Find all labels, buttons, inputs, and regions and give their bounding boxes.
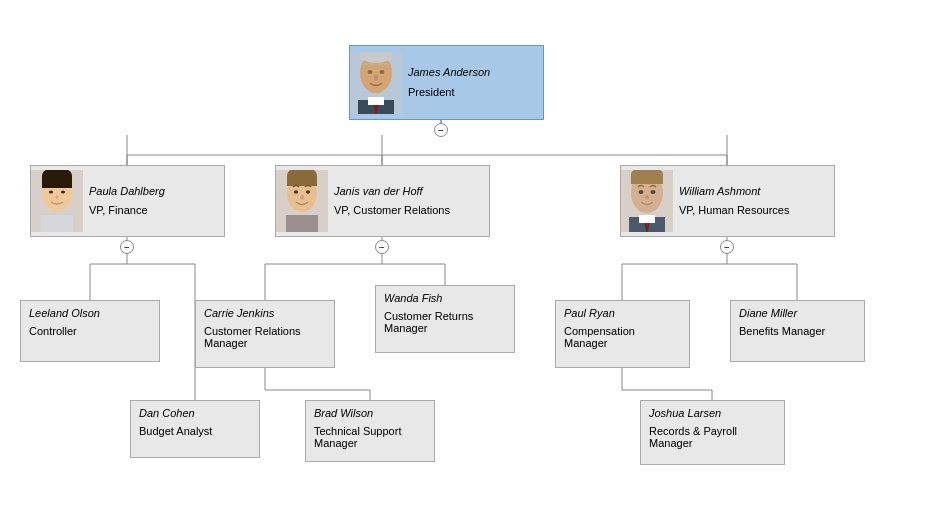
svg-point-34: [368, 70, 373, 74]
svg-point-35: [380, 70, 385, 74]
node-carrie-title: Customer Relations Manager: [204, 325, 326, 349]
node-wanda-name: Wanda Fish: [384, 292, 506, 304]
node-leeland-title: Controller: [29, 325, 151, 337]
node-leeland-name: Leeland Olson: [29, 307, 151, 319]
svg-point-36: [374, 75, 378, 81]
svg-rect-56: [631, 174, 663, 184]
svg-point-61: [651, 190, 656, 194]
node-wanda-title: Customer Returns Manager: [384, 310, 506, 334]
node-dan-name: Dan Cohen: [139, 407, 251, 419]
photo-william: [621, 170, 673, 232]
node-brad-title: Technical Support Manager: [314, 425, 426, 449]
node-brad-name: Brad Wilson: [314, 407, 426, 419]
node-paula-name: Paula Dahlberg: [89, 184, 165, 199]
svg-point-44: [56, 195, 59, 199]
svg-rect-41: [41, 215, 73, 232]
node-william-text: William Ashmont VP, Human Resources: [673, 180, 795, 223]
node-paul-title: Compensation Manager: [564, 325, 681, 349]
svg-rect-40: [42, 176, 72, 188]
node-brad: Brad Wilson Technical Support Manager: [305, 400, 435, 462]
node-joshua-name: Joshua Larsen: [649, 407, 776, 419]
node-paula-text: Paula Dahlberg VP, Finance: [83, 180, 171, 223]
org-chart: James Anderson President −: [0, 0, 930, 506]
node-james-title: President: [408, 85, 490, 100]
node-janis: Janis van der Hoff VP, Customer Relation…: [275, 165, 490, 237]
node-james-text: James Anderson President: [402, 61, 496, 104]
collapse-janis[interactable]: −: [375, 240, 389, 254]
node-wanda: Wanda Fish Customer Returns Manager: [375, 285, 515, 353]
photo-paula: [31, 170, 83, 232]
node-james: James Anderson President: [349, 45, 544, 120]
svg-rect-49: [286, 215, 318, 232]
collapse-william[interactable]: −: [720, 240, 734, 254]
node-paul: Paul Ryan Compensation Manager: [555, 300, 690, 368]
svg-rect-59: [639, 215, 655, 223]
node-william: William Ashmont VP, Human Resources: [620, 165, 835, 237]
node-paul-name: Paul Ryan: [564, 307, 681, 319]
collapse-james[interactable]: −: [434, 123, 448, 137]
node-paula-title: VP, Finance: [89, 203, 165, 218]
node-william-title: VP, Human Resources: [679, 203, 789, 218]
node-diane: Diane Miller Benefits Manager: [730, 300, 865, 362]
node-janis-text: Janis van der Hoff VP, Customer Relation…: [328, 180, 456, 223]
node-dan: Dan Cohen Budget Analyst: [130, 400, 260, 458]
node-william-name: William Ashmont: [679, 184, 789, 199]
svg-point-51: [306, 190, 310, 194]
svg-point-50: [294, 190, 298, 194]
svg-point-60: [639, 190, 644, 194]
svg-point-42: [49, 191, 53, 194]
photo-james: [350, 52, 402, 114]
node-janis-title: VP, Customer Relations: [334, 203, 450, 218]
node-carrie-name: Carrie Jenkins: [204, 307, 326, 319]
node-james-name: James Anderson: [408, 65, 490, 80]
svg-rect-33: [368, 97, 384, 105]
node-dan-title: Budget Analyst: [139, 425, 251, 437]
collapse-paula[interactable]: −: [120, 240, 134, 254]
svg-point-43: [61, 191, 65, 194]
node-leeland: Leeland Olson Controller: [20, 300, 160, 362]
node-janis-name: Janis van der Hoff: [334, 184, 450, 199]
node-carrie: Carrie Jenkins Customer Relations Manage…: [195, 300, 335, 368]
node-joshua-title: Records & Payroll Manager: [649, 425, 776, 449]
node-diane-name: Diane Miller: [739, 307, 856, 319]
node-joshua: Joshua Larsen Records & Payroll Manager: [640, 400, 785, 465]
svg-point-52: [300, 195, 304, 200]
svg-rect-48: [287, 176, 317, 186]
svg-point-62: [645, 195, 649, 200]
photo-janis: [276, 170, 328, 232]
node-diane-title: Benefits Manager: [739, 325, 856, 337]
node-paula: Paula Dahlberg VP, Finance: [30, 165, 225, 237]
